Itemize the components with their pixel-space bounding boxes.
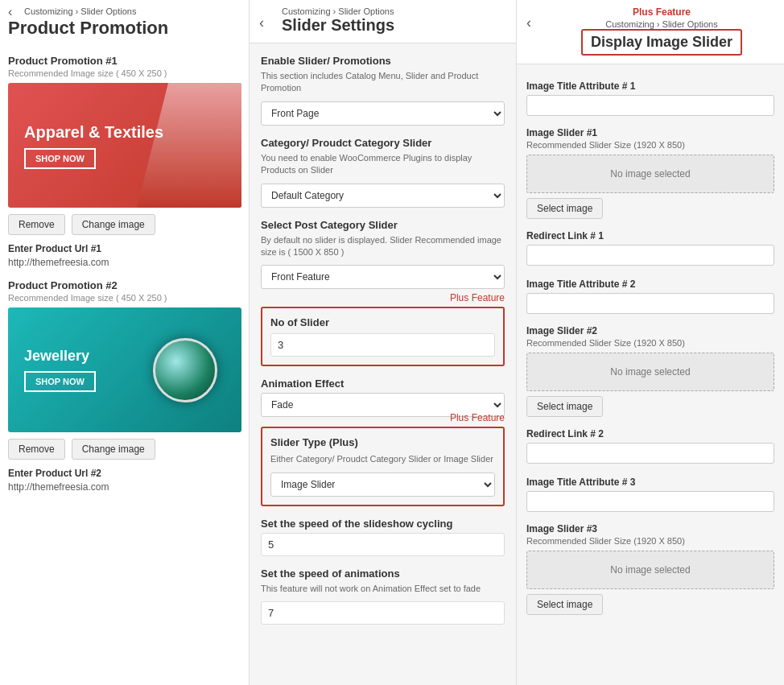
speed-cycling-title: Set the speed of the slideshow cycling bbox=[261, 518, 505, 530]
slider1-redirect-label: Redirect Link # 1 bbox=[526, 230, 774, 241]
slider3-select-image-button[interactable]: Select image bbox=[526, 594, 603, 615]
right-header: ‹ Plus Feature Customizing › Slider Opti… bbox=[517, 0, 784, 64]
product2-change-image-button[interactable]: Change image bbox=[72, 439, 155, 460]
slider2-section: Image Title Attribute # 2 Image Slider #… bbox=[526, 279, 774, 468]
slider-type-section: Slider Type (Plus) Either Category/ Prou… bbox=[261, 427, 505, 505]
product1-rec-size: Recommended Image size ( 450 X 250 ) bbox=[8, 68, 241, 78]
slider1-rec-size: Recommended Slider Size (1920 X 850) bbox=[526, 140, 774, 150]
product2-btn-row: Remove Change image bbox=[8, 439, 241, 460]
back-arrow-icon[interactable]: ‹ bbox=[8, 5, 12, 19]
slider3-label: Image Slider #3 bbox=[526, 523, 774, 534]
middle-panel: ‹ Customizing › Slider Options Slider Se… bbox=[250, 0, 517, 685]
speed-animation-input[interactable] bbox=[261, 601, 505, 625]
no-of-slider-input[interactable] bbox=[270, 333, 495, 357]
middle-title: Slider Settings bbox=[282, 16, 506, 35]
speed-animation-desc: This feature will not work on Animation … bbox=[261, 583, 505, 595]
slider1-title-attr-label: Image Title Attribute # 1 bbox=[526, 80, 774, 92]
category-title: Category/ Proudct Category Slider bbox=[261, 137, 505, 149]
post-category-desc: By default no slider is displayed. Slide… bbox=[261, 234, 505, 259]
page-title: Product Promotion bbox=[8, 18, 241, 47]
right-title-box: Display Image Slider bbox=[581, 29, 742, 56]
product2-url-label: Enter Product Url #2 bbox=[8, 468, 241, 479]
right-title: Display Image Slider bbox=[591, 34, 732, 51]
right-breadcrumb: Customizing › Slider Options bbox=[605, 19, 717, 29]
product1-title: Product Promotion #1 bbox=[8, 55, 241, 67]
slider2-title-attr-label: Image Title Attribute # 2 bbox=[526, 279, 774, 290]
right-plus-feature: Plus Feature bbox=[633, 6, 691, 18]
slider3-no-image: No image selected bbox=[526, 551, 774, 589]
slider2-redirect-input[interactable] bbox=[526, 443, 774, 464]
slider3-rec-size: Recommended Slider Size (1920 X 850) bbox=[526, 536, 774, 546]
post-category-select[interactable]: Front Feature bbox=[261, 265, 505, 289]
category-desc: You need to enable WooCommerce Plugins t… bbox=[261, 152, 505, 177]
product2-remove-button[interactable]: Remove bbox=[8, 439, 65, 460]
slider1-redirect-input[interactable] bbox=[526, 245, 774, 266]
product1-url-label: Enter Product Url #1 bbox=[8, 243, 241, 254]
product2-image: Jewellery SHOP NOW bbox=[8, 307, 241, 432]
slider2-label: Image Slider #2 bbox=[526, 325, 774, 336]
slider2-no-image: No image selected bbox=[526, 353, 774, 391]
slider1-select-image-button[interactable]: Select image bbox=[526, 198, 603, 219]
right-back-arrow-icon[interactable]: ‹ bbox=[526, 14, 531, 31]
middle-header: ‹ Customizing › Slider Options Slider Se… bbox=[250, 0, 516, 43]
middle-content: Enable Slider/ Promotions This section i… bbox=[250, 43, 516, 636]
animation-title: Animation Effect bbox=[261, 378, 505, 390]
enable-slider-desc: This section includes Catalog Menu, Slid… bbox=[261, 70, 505, 95]
product1-shop-now: SHOP NOW bbox=[24, 148, 96, 169]
product1-remove-button[interactable]: Remove bbox=[8, 214, 65, 235]
right-panel: ‹ Plus Feature Customizing › Slider Opti… bbox=[517, 0, 784, 685]
middle-breadcrumb: Customizing › Slider Options bbox=[282, 6, 506, 16]
slider-type-title: Slider Type (Plus) bbox=[270, 436, 495, 448]
middle-back-arrow-icon[interactable]: ‹ bbox=[259, 14, 264, 31]
post-category-title: Select Post Category Slider bbox=[261, 219, 505, 231]
no-of-slider-title: No of Slider bbox=[270, 316, 495, 328]
category-select[interactable]: Default Category bbox=[261, 184, 505, 208]
speed-animation-title: Set the speed of animations bbox=[261, 567, 505, 580]
product2-heading: Jewellery bbox=[24, 348, 96, 365]
enable-slider-select[interactable]: Front Page bbox=[261, 101, 505, 126]
slider1-label: Image Slider #1 bbox=[526, 127, 774, 138]
speed-cycling-input[interactable] bbox=[261, 533, 505, 556]
slider3-title-attr-input[interactable] bbox=[526, 491, 774, 512]
jewellery-gem-icon bbox=[153, 338, 217, 402]
enable-slider-title: Enable Slider/ Promotions bbox=[261, 55, 505, 67]
breadcrumb: ‹ Customizing › Slider Options bbox=[8, 0, 241, 18]
slider2-redirect-label: Redirect Link # 2 bbox=[526, 428, 774, 439]
slider1-no-image: No image selected bbox=[526, 155, 774, 193]
left-panel: ‹ Customizing › Slider Options Product P… bbox=[0, 0, 250, 685]
plus-feature-1-label: Plus Feature bbox=[261, 292, 505, 303]
product2-title: Product Promotion #2 bbox=[8, 279, 241, 291]
product1-url-value: http://themefreesia.com bbox=[8, 257, 241, 268]
slider-type-select[interactable]: Image Slider bbox=[270, 472, 495, 497]
slider1-title-attr-input[interactable] bbox=[526, 95, 774, 116]
product2-rec-size: Recommended Image size ( 450 X 250 ) bbox=[8, 293, 241, 303]
slider2-select-image-button[interactable]: Select image bbox=[526, 396, 603, 417]
slider2-title-attr-input[interactable] bbox=[526, 293, 774, 314]
no-of-slider-section: No of Slider bbox=[261, 307, 505, 366]
product2-url-value: http://themefreesia.com bbox=[8, 481, 241, 493]
right-content: Image Title Attribute # 1 Image Slider #… bbox=[517, 64, 784, 629]
product1-btn-row: Remove Change image bbox=[8, 214, 241, 235]
slider-type-desc: Either Category/ Proudct Category Slider… bbox=[270, 453, 495, 465]
slider2-rec-size: Recommended Slider Size (1920 X 850) bbox=[526, 338, 774, 348]
slider3-section: Image Title Attribute # 3 Image Slider #… bbox=[526, 477, 774, 621]
product2-shop-now: SHOP NOW bbox=[24, 371, 96, 392]
product1-heading: Apparel & Textiles bbox=[24, 122, 163, 142]
slider3-title-attr-label: Image Title Attribute # 3 bbox=[526, 477, 774, 488]
product1-change-image-button[interactable]: Change image bbox=[72, 214, 155, 235]
slider1-section: Image Title Attribute # 1 Image Slider #… bbox=[526, 80, 774, 270]
product1-image: Apparel & Textiles SHOP NOW bbox=[8, 83, 241, 208]
